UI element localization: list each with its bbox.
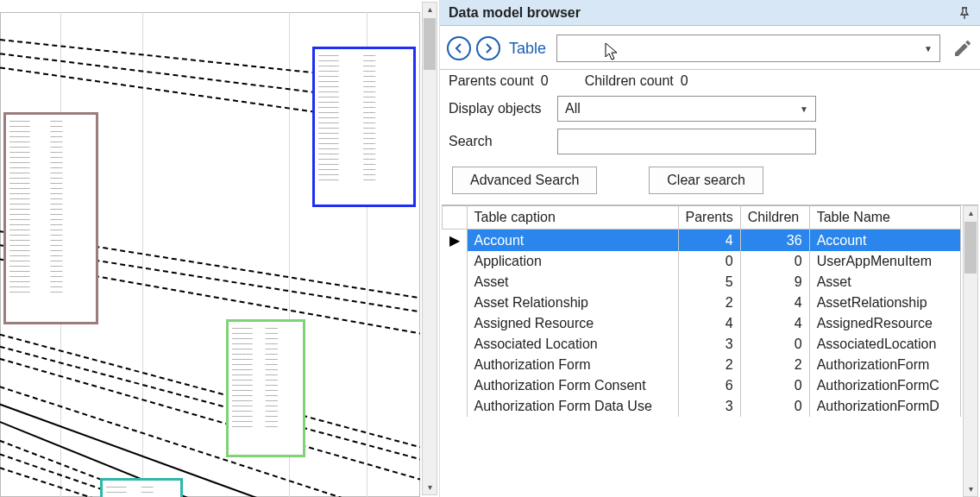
cell-name: Asset [809,272,960,293]
cell-children: 36 [740,230,809,252]
cell-parents: 0 [678,251,740,272]
children-count-value: 0 [681,73,688,89]
entity-box[interactable]: ————————————————————————————————————————… [226,319,305,457]
cell-caption: Authorization Form Consent [467,375,678,396]
search-input[interactable] [557,129,816,154]
table-label: Table [509,40,546,58]
row-marker [443,313,468,334]
cell-name: AuthorizationFormC [809,375,960,396]
cell-children: 0 [740,375,809,396]
cell-caption: Authorization Form [467,355,678,375]
search-buttons-row: Advanced Search Clear search [440,158,980,204]
table-row[interactable]: Asset Relationship24AssetRelationship [443,293,961,313]
cell-name: AssetRelationship [809,293,960,313]
table-row[interactable]: Application00UserAppMenuItem [443,251,961,272]
chevron-down-icon: ▼ [924,44,933,53]
back-button[interactable] [447,36,471,60]
parents-count-label: Parents count [449,73,534,89]
panel-title: Data model browser [449,5,581,21]
data-model-browser-panel: Data model browser Table ▼ [440,0,980,497]
scroll-down-icon[interactable]: ▾ [423,481,437,494]
cell-children: 0 [740,396,809,417]
col-children[interactable]: Children [740,206,809,230]
cell-parents: 5 [678,272,740,293]
grid-scrollbar[interactable]: ▴ ▾ [963,205,978,497]
cell-children: 4 [740,313,809,334]
pencil-icon[interactable] [952,38,973,59]
table-row[interactable]: Authorization Form22AuthorizationForm [443,355,961,375]
col-parents[interactable]: Parents [678,206,740,230]
row-marker [443,272,468,293]
cell-caption: Authorization Form Data Use [467,396,678,417]
children-count-label: Children count [585,73,674,89]
search-row: Search [440,125,980,158]
diagram-link [0,355,420,481]
scroll-thumb[interactable] [964,222,977,274]
cell-children: 9 [740,272,809,293]
scroll-up-icon[interactable]: ▴ [964,206,977,220]
arrow-right-icon [483,43,493,53]
diagram-link [0,343,420,462]
cell-children: 0 [740,251,809,272]
row-marker [443,375,468,396]
row-marker: ▶ [443,230,468,252]
display-objects-label: Display objects [449,101,550,116]
display-objects-combo[interactable]: All ▼ [557,96,816,122]
cell-parents: 4 [678,230,740,252]
row-marker [443,334,468,355]
panel-header: Data model browser [440,0,980,26]
diagram-link [0,66,350,117]
tables-grid-wrap: Table caption Parents Children Table Nam… [442,204,978,497]
entity-box[interactable]: —————————— —————— [100,478,183,497]
cell-children: 4 [740,293,809,313]
cell-parents: 3 [678,396,740,417]
pin-icon[interactable] [958,6,971,20]
cell-parents: 4 [678,313,740,334]
toolbar: Table ▼ [440,26,980,70]
table-row[interactable]: Associated Location30AssociatedLocation [443,334,961,355]
display-objects-row: Display objects All ▼ [440,92,980,125]
grid-header-row: Table caption Parents Children Table Nam… [443,206,961,230]
scroll-down-icon[interactable]: ▾ [964,482,977,496]
scroll-up-icon[interactable]: ▴ [423,3,437,16]
diagram-link [0,331,420,450]
cell-parents: 2 [678,355,740,375]
cell-caption: Account [467,230,678,252]
cell-children: 0 [740,334,809,355]
row-marker-header [443,206,468,230]
cell-caption: Associated Location [467,334,678,355]
arrow-left-icon [454,43,464,53]
col-table-name[interactable]: Table Name [809,206,960,230]
scroll-thumb[interactable] [424,18,436,70]
cell-name: Account [809,230,960,252]
parents-count-value: 0 [541,73,549,89]
cell-name: UserAppMenuItem [809,251,960,272]
chevron-down-icon: ▼ [800,104,808,114]
entity-box[interactable]: ————————————————————————————————————————… [3,112,98,324]
table-row[interactable]: ▶Account436Account [443,230,961,252]
advanced-search-button[interactable]: Advanced Search [452,167,597,194]
entity-box[interactable]: ————————————————————————————————————————… [312,47,416,207]
tables-grid[interactable]: Table caption Parents Children Table Nam… [442,205,961,497]
cell-name: AssignedResource [809,313,960,334]
table-row[interactable]: Authorization Form Data Use30Authorizati… [443,396,961,417]
cell-caption: Application [467,251,678,272]
clear-search-button[interactable]: Clear search [649,167,763,194]
col-table-caption[interactable]: Table caption [467,206,678,230]
row-marker [443,396,468,417]
cell-parents: 2 [678,293,740,313]
table-row[interactable]: Assigned Resource44AssignedResource [443,313,961,334]
table-combo[interactable]: ▼ [556,35,940,62]
cell-caption: Asset [467,272,678,293]
diagram-canvas[interactable]: ————————————————————————————————————————… [0,12,420,497]
table-row[interactable]: Authorization Form Consent60Authorizatio… [443,375,961,396]
forward-button[interactable] [476,36,500,60]
cell-parents: 6 [678,375,740,396]
cell-name: AuthorizationForm [809,355,960,375]
table-row[interactable]: Asset59Asset [443,272,961,293]
diagram-scrollbar[interactable]: ▴ ▾ [422,2,437,495]
cell-caption: Asset Relationship [467,293,678,313]
search-label: Search [449,134,550,149]
row-marker [443,251,468,272]
diagram-pane[interactable]: ————————————————————————————————————————… [0,0,440,497]
